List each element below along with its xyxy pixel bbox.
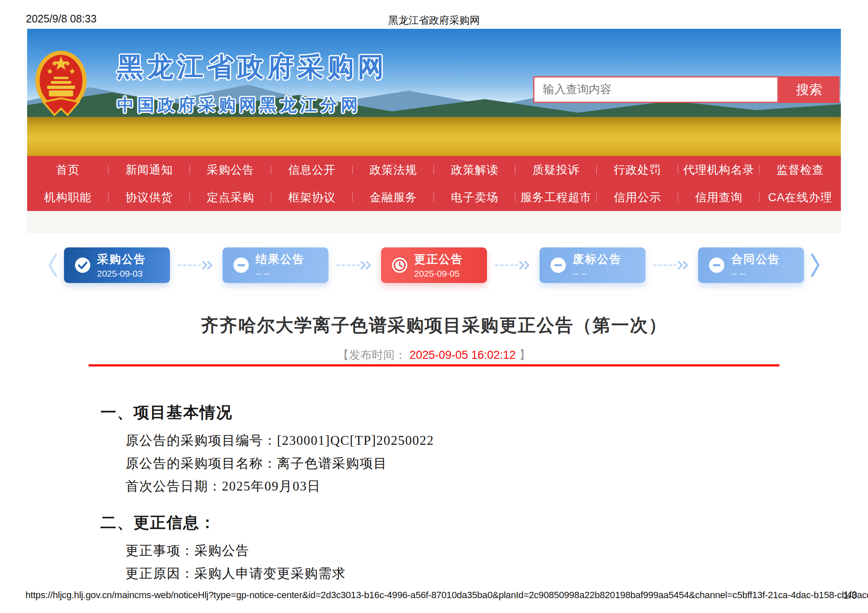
section-heading-basic-info: 一、项目基本情况: [100, 403, 787, 422]
notice-body: 一、项目基本情况 原公告的采购项目编号：[230001]QC[TP]202500…: [100, 403, 787, 581]
nav-item-org-functions[interactable]: 机构职能: [27, 183, 108, 211]
nav-item-admin-penalty[interactable]: 行政处罚: [597, 156, 678, 183]
timeline-stage-result[interactable]: 结果公告 -- --: [223, 247, 328, 283]
notice-line-first-notice-date: 首次公告日期：2025年09月03日: [125, 478, 787, 494]
publish-label-open: 【发布时间：: [337, 349, 406, 361]
search-input[interactable]: [533, 76, 779, 103]
timeline-stage-correction[interactable]: 更正公告 2025-09-05: [381, 247, 487, 283]
minus-circle-icon: [233, 257, 249, 273]
notice-line-correction-item: 更正事项：采购公告: [125, 543, 787, 558]
banner-titles: 黑龙江省政府采购网 中国政府采购网黑龙江分网: [117, 49, 388, 116]
stage-label: 采购公告: [97, 252, 146, 267]
print-page-number: 1/3: [843, 590, 857, 601]
nav-item-news[interactable]: 新闻通知: [108, 156, 190, 183]
stage-date: -- --: [256, 269, 305, 279]
site-title: 黑龙江省政府采购网: [117, 49, 388, 85]
minus-circle-icon: [709, 257, 725, 273]
clock-icon: [392, 257, 408, 273]
stage-date: 2025-09-03: [97, 269, 146, 279]
stage-date: -- --: [731, 269, 780, 279]
notice-line-project-name: 原公告的采购项目名称：离子色谱采购项目: [125, 455, 787, 471]
nav-item-info-disclosure[interactable]: 信息公开: [271, 156, 353, 183]
nav-item-procurement-notice[interactable]: 采购公告: [190, 156, 271, 183]
search-bar: 搜索: [533, 76, 840, 103]
print-page-title: 黑龙江省政府采购网: [0, 14, 868, 27]
china-national-emblem-icon: [33, 45, 89, 125]
print-url: https://hljcg.hlj.gov.cn/maincms-web/not…: [25, 590, 868, 601]
notice-line-project-number: 原公告的采购项目编号：[230001]QC[TP]20250022: [125, 433, 787, 448]
timeline-stage-contract[interactable]: 合同公告 -- --: [698, 247, 804, 283]
section-heading-correction-info: 二、更正信息：: [100, 513, 787, 532]
dashed-arrow-icon: [494, 261, 533, 270]
nav-item-policy-interpretation[interactable]: 政策解读: [434, 156, 515, 183]
stage-label: 结果公告: [256, 252, 305, 267]
nav-item-credit-query[interactable]: 信用查询: [678, 183, 760, 211]
timeline-stage-procurement[interactable]: 采购公告 2025-09-03: [64, 247, 170, 283]
site-subtitle: 中国政府采购网黑龙江分网: [117, 93, 388, 116]
nav-item-supervision[interactable]: 监督检查: [760, 156, 841, 183]
search-button[interactable]: 搜索: [779, 76, 840, 103]
main-navigation: 首页 新闻通知 采购公告 信息公开 政策法规 政策解读 质疑投诉 行政处罚 代理…: [27, 156, 841, 211]
chevron-right-icon[interactable]: [809, 252, 822, 278]
stage-label: 废标公告: [573, 252, 622, 267]
dashed-arrow-icon: [335, 261, 374, 270]
nav-item-complaints[interactable]: 质疑投诉: [515, 156, 597, 183]
nav-item-fixed-point[interactable]: 定点采购: [190, 183, 271, 211]
publish-time-value: 2025-09-05 16:02:12: [409, 349, 516, 361]
dashed-arrow-icon: [652, 261, 691, 270]
print-preview-page: 2025/9/8 08:33 黑龙江省政府采购网: [0, 0, 868, 613]
nav-item-service-supermarket[interactable]: 服务工程超市: [515, 183, 597, 211]
nav-item-agreement-supply[interactable]: 协议供货: [108, 183, 190, 211]
nav-item-agency-directory[interactable]: 代理机构名录: [678, 156, 760, 183]
publish-label-close: 】: [519, 349, 531, 361]
red-divider: [89, 364, 779, 366]
dashed-arrow-icon: [177, 261, 216, 270]
check-circle-icon: [75, 257, 91, 273]
stage-label: 合同公告: [731, 252, 780, 267]
nav-item-e-marketplace[interactable]: 电子卖场: [434, 183, 515, 211]
notice-title: 齐齐哈尔大学离子色谱采购项目采购更正公告（第一次）: [27, 313, 841, 337]
wheat-field-graphic: [27, 117, 841, 156]
stage-date: -- --: [573, 269, 622, 279]
publish-time-line: 【发布时间：2025-09-05 16:02:12】: [0, 347, 868, 363]
stage-date: 2025-09-05: [414, 269, 463, 279]
nav-item-policy-law[interactable]: 政策法规: [353, 156, 434, 183]
notice-line-correction-reason: 更正原因：采购人申请变更采购需求: [125, 566, 787, 581]
stage-label: 更正公告: [414, 252, 463, 267]
minus-circle-icon: [550, 257, 566, 273]
nav-item-credit-publicity[interactable]: 信用公示: [597, 183, 678, 211]
nav-item-home[interactable]: 首页: [27, 156, 108, 183]
nav-item-framework-agreement[interactable]: 框架协议: [271, 183, 353, 211]
timeline-stage-cancellation[interactable]: 废标公告 -- --: [540, 247, 645, 283]
sub-nav-strip: [27, 211, 841, 233]
nav-item-ca-online[interactable]: CA在线办理: [760, 183, 841, 211]
nav-item-financial-services[interactable]: 金融服务: [353, 183, 434, 211]
notice-timeline: 采购公告 2025-09-03 结果公告 -- --: [27, 244, 841, 286]
chevron-left-icon[interactable]: [46, 252, 59, 278]
site-banner: 黑龙江省政府采购网 中国政府采购网黑龙江分网 搜索: [27, 29, 841, 156]
